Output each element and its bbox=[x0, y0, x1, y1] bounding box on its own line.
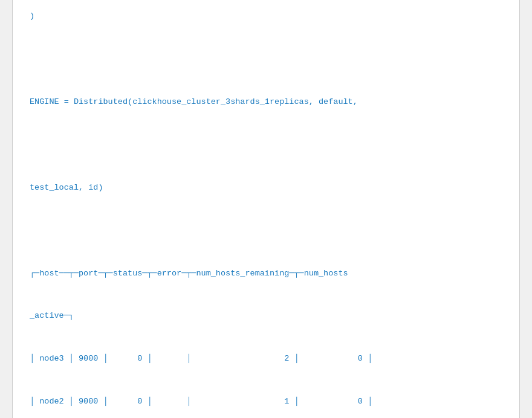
line-12 bbox=[30, 223, 502, 238]
line-11: test_local, id) bbox=[30, 181, 502, 195]
line-09: ENGINE = Distributed(clickhouse_cluster_… bbox=[30, 95, 502, 109]
line-08 bbox=[30, 52, 502, 66]
line-07: ) bbox=[30, 9, 502, 24]
line-16: │ node2 │ 9000 │ 0 │ │ 1 │ 0 │ bbox=[30, 394, 502, 409]
code-output: ( `id` UInt8, `name` String ) ENGINE = D… bbox=[30, 0, 502, 418]
line-13: ┌─host──┬─port─┬─status─┬─error─┬─num_ho… bbox=[30, 266, 502, 281]
line-15: │ node3 │ 9000 │ 0 │ │ 2 │ 0 │ bbox=[30, 352, 502, 366]
line-14: _active─┐ bbox=[30, 309, 502, 323]
terminal-window: ( `id` UInt8, `name` String ) ENGINE = D… bbox=[12, 0, 520, 418]
line-10 bbox=[30, 138, 502, 152]
